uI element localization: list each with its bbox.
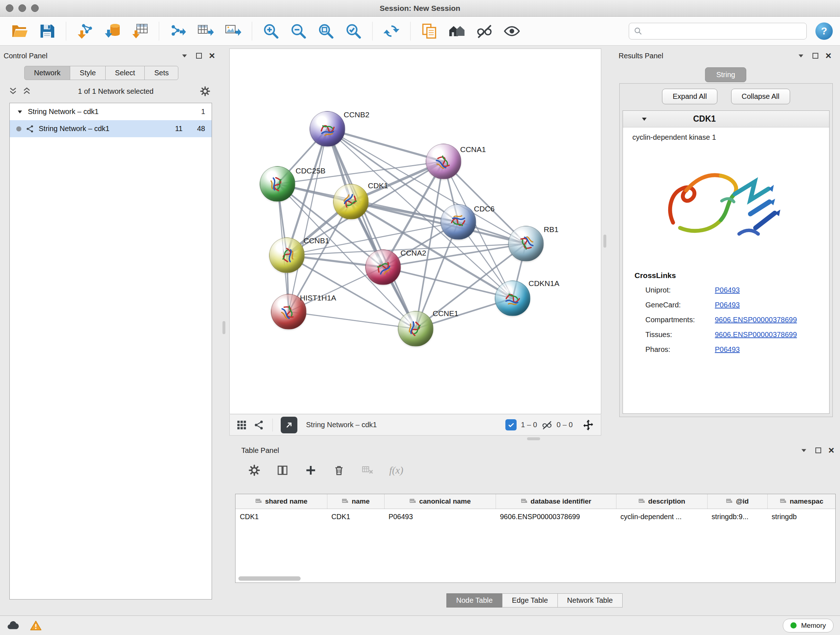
refresh-view-button[interactable] [379, 19, 404, 43]
import-network-file-button[interactable] [73, 19, 97, 43]
gene-header[interactable]: CDK1 [623, 111, 829, 127]
table-tab-edge-table[interactable]: Edge Table [502, 593, 558, 608]
expand-all-icon[interactable] [22, 86, 32, 96]
control-panel-float-icon[interactable] [195, 51, 203, 60]
table-settings-gear-icon[interactable] [248, 464, 261, 477]
string-results-tab[interactable]: String [705, 67, 746, 82]
network-node-ccne1[interactable] [398, 311, 433, 347]
birdseye-grid-icon[interactable] [236, 420, 247, 431]
control-panel-close-icon[interactable]: × [209, 51, 215, 61]
main-toolbar: ? [0, 17, 840, 46]
collapse-all-icon[interactable] [8, 86, 18, 96]
network-node-cdc25b[interactable] [260, 166, 295, 202]
column-header-database-identifier[interactable]: database identifier [496, 494, 616, 509]
function-builder-icon[interactable]: f(x) [389, 464, 403, 476]
network-node-ccnb1[interactable] [269, 238, 305, 273]
table-panel-float-icon[interactable] [814, 446, 823, 455]
control-tab-network[interactable]: Network [24, 66, 70, 80]
table-tab-node-table[interactable]: Node Table [447, 593, 502, 608]
zoom-fit-button[interactable] [314, 19, 338, 43]
zoom-in-button[interactable] [259, 19, 283, 43]
node-label-cdc6: CDC6 [474, 204, 494, 213]
hidden-count: 0 – 0 [557, 421, 573, 429]
network-collection-row[interactable]: String Network – cdk1 1 [10, 103, 212, 120]
collapse-all-button[interactable]: Collapse All [731, 89, 790, 104]
add-column-icon[interactable] [305, 464, 317, 477]
collection-expander-icon[interactable] [16, 108, 24, 116]
zoom-out-button[interactable] [286, 19, 311, 43]
export-image-button[interactable] [221, 19, 245, 43]
results-panel-float-icon[interactable] [811, 51, 820, 60]
results-panel-menu-icon[interactable] [797, 51, 805, 60]
export-network-button[interactable] [166, 19, 190, 43]
hide-labels-button[interactable] [472, 19, 497, 43]
crosslink-link[interactable]: 9606.ENSP00000378699 [715, 316, 797, 324]
protein-structure-image [623, 149, 829, 262]
column-header--id[interactable]: @id [707, 494, 767, 509]
import-network-database-button[interactable] [100, 19, 125, 43]
import-table-file-button[interactable] [128, 19, 152, 43]
right-splitter-handle[interactable] [603, 234, 606, 248]
selected-nodes-checkbox[interactable] [505, 419, 516, 431]
left-splitter-handle[interactable] [223, 321, 225, 334]
expand-all-button[interactable]: Expand All [662, 89, 717, 104]
results-panel-title: Results Panel [619, 52, 663, 60]
zoom-selected-button[interactable] [341, 19, 366, 43]
column-header-shared-name[interactable]: shared name [235, 494, 327, 509]
network-node-cdk1[interactable] [333, 184, 369, 219]
crosslink-link[interactable]: 9606.ENSP00000378699 [715, 331, 797, 339]
copy-document-button[interactable] [417, 19, 442, 43]
column-header-name[interactable]: name [327, 494, 384, 509]
network-overview-icon[interactable] [254, 420, 264, 431]
column-header-namespac[interactable]: namespac [767, 494, 836, 509]
crosslink-link[interactable]: P06493 [715, 286, 740, 295]
show-columns-icon[interactable] [276, 464, 289, 477]
export-table-button[interactable] [193, 19, 218, 43]
table-tab-network-table[interactable]: Network Table [557, 593, 622, 608]
memory-button[interactable]: Memory [783, 619, 834, 632]
search-box[interactable] [629, 23, 807, 40]
crosslink-link[interactable]: P06493 [715, 345, 740, 354]
network-canvas[interactable]: CCNB2 CCNA1 CDC25B CDK1 CDC6 RB1 CCNB1 C… [229, 49, 601, 414]
table-panel-close-icon[interactable]: × [829, 445, 834, 455]
column-header-canonical-name[interactable]: canonical name [384, 494, 496, 509]
show-view-button[interactable] [500, 19, 524, 43]
open-session-button[interactable] [7, 19, 32, 43]
cloud-status-icon[interactable] [6, 619, 19, 632]
cytoscape-window: Session: New Session ? Control Panel × N… [0, 0, 840, 635]
column-type-icon [341, 498, 349, 505]
table-horizontal-scrollbar[interactable] [238, 576, 301, 581]
save-session-button[interactable] [35, 19, 59, 43]
warning-icon[interactable] [30, 619, 42, 632]
delete-column-icon[interactable] [333, 464, 345, 477]
network-node-ccna1[interactable] [426, 144, 461, 179]
search-input[interactable] [646, 27, 802, 35]
control-tab-sets[interactable]: Sets [144, 66, 178, 80]
network-node-cdkn1a[interactable] [495, 280, 531, 316]
control-tab-select[interactable]: Select [105, 66, 145, 80]
gene-collapse-icon[interactable] [640, 115, 648, 123]
network-options-gear-icon[interactable] [200, 86, 210, 97]
control-panel-menu-icon[interactable] [180, 51, 189, 60]
string-home-button[interactable] [445, 19, 469, 43]
detach-view-button[interactable] [281, 417, 297, 433]
crosslink-link[interactable]: P06493 [715, 301, 740, 309]
network-node-rb1[interactable] [508, 226, 544, 261]
network-node-cdc6[interactable] [441, 204, 476, 240]
network-row-selected[interactable]: String Network – cdk1 11 48 [10, 120, 212, 137]
control-tab-style[interactable]: Style [70, 66, 105, 80]
help-button[interactable]: ? [815, 22, 833, 40]
column-header-description[interactable]: description [616, 494, 707, 509]
pan-tool-icon[interactable] [582, 419, 594, 431]
selected-count: 1 – 0 [521, 421, 537, 429]
table-panel-menu-icon[interactable] [799, 446, 808, 455]
toolbar-icon-group [7, 19, 524, 43]
results-panel-close-icon[interactable]: × [826, 51, 831, 61]
hidden-elements-icon[interactable] [542, 420, 553, 431]
bottom-splitter-handle[interactable] [527, 437, 540, 440]
toolbar-separator [410, 22, 411, 41]
table-row[interactable]: CDK1CDK1P064939606.ENSP00000378699cyclin… [235, 509, 836, 524]
crosslink-label: Compartments: [645, 316, 715, 324]
network-node-ccna2[interactable] [365, 249, 401, 285]
network-node-ccnb2[interactable] [309, 111, 345, 147]
